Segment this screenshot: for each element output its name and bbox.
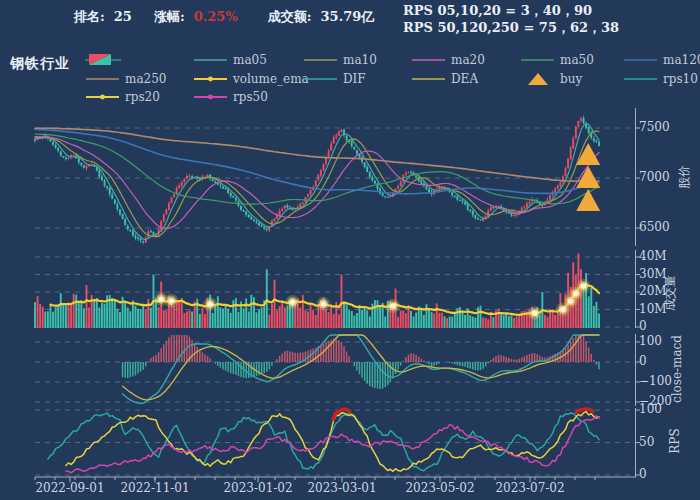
buy-swatch (520, 71, 556, 87)
rps-axis-title: RPS (668, 428, 682, 453)
macd-axis-title: close-macd (670, 335, 684, 403)
legend-label: ma10 (343, 53, 377, 67)
rps-tick-0: 0 (639, 467, 647, 481)
rank-value: 25 (114, 9, 132, 24)
legend-label: DIF (343, 72, 366, 86)
volume-tick-10M: 10M (639, 302, 667, 316)
legend-label: rps20 (125, 90, 160, 104)
volume-bars (35, 254, 599, 329)
legend-label: ma20 (451, 53, 485, 67)
date-tick: 2023-07-02 (485, 481, 575, 495)
axes (35, 108, 640, 483)
sector-title: 钢铁行业 (10, 55, 70, 73)
legend-label: buy (560, 72, 582, 86)
ma50-line (35, 134, 599, 204)
volume-tick-30M: 30M (639, 267, 667, 281)
legend-label: rps10 (663, 72, 698, 86)
turnover-label: 成交额: (268, 9, 312, 24)
header-stats: 排名:25涨幅:0.25%成交额:35.79亿 (74, 8, 374, 26)
rps-line-1: RPS 05,10,20 = 3，40，90 (403, 2, 619, 19)
ma250-swatch (85, 71, 121, 87)
rps-readout: RPS 05,10,20 = 3，40，90 RPS 50,120,250 = … (403, 2, 619, 36)
ma05-swatch (193, 52, 229, 68)
rps-top-markers (333, 409, 593, 420)
ma120-swatch (623, 52, 659, 68)
legend-label: rps50 (233, 90, 268, 104)
rps-tick-100: 100 (639, 402, 662, 416)
ma20-swatch (411, 52, 447, 68)
rps20-swatch (85, 89, 121, 105)
DIF-swatch (303, 71, 339, 87)
ma10-line (35, 131, 599, 237)
legend-label: volume_ema (233, 72, 309, 86)
rank-label: 排名: (74, 9, 105, 24)
macd-tick-100: 100 (639, 334, 662, 348)
volume-tick-40M: 40M (639, 249, 667, 263)
change-label: 涨幅: (154, 9, 185, 24)
volume-tick-20M: 20M (639, 284, 667, 298)
candlestick-swatch (85, 52, 121, 68)
legend-label: ma50 (560, 53, 594, 67)
date-tick: 2022-09-01 (25, 481, 115, 495)
candlesticks (35, 115, 599, 244)
legend-label: DEA (451, 72, 478, 86)
price-tick-7000: 7000 (639, 170, 670, 184)
DEA-swatch (411, 71, 447, 87)
change-value: 0.25% (194, 9, 238, 24)
price-tick-6500: 6500 (639, 220, 670, 234)
volume_ema-swatch (193, 71, 229, 87)
rps10-swatch (623, 71, 659, 87)
ma10-swatch (303, 52, 339, 68)
macd-tick-0: 0 (639, 354, 647, 368)
rps50-swatch (193, 89, 229, 105)
rps-line-2: RPS 50,120,250 = 75，62，38 (403, 19, 619, 36)
volume-tick-0: 0 (639, 319, 647, 333)
legend-label: ma05 (233, 53, 267, 67)
legend-label: ma120 (663, 53, 700, 67)
ma50-swatch (520, 52, 556, 68)
date-tick: 2023-05-02 (395, 481, 485, 495)
legend-label: ma250 (125, 72, 166, 86)
price-axis-title: 股价 (676, 165, 693, 189)
sector-chart-window: 排名:25涨幅:0.25%成交额:35.79亿 RPS 05,10,20 = 3… (0, 0, 700, 500)
date-tick: 2022-11-01 (110, 481, 200, 495)
rps-tick-50: 50 (639, 435, 654, 449)
date-tick: 2023-03-01 (297, 481, 387, 495)
date-tick: 2023-01-02 (213, 481, 303, 495)
ma120-line (35, 129, 599, 194)
turnover-value: 35.79亿 (321, 9, 375, 24)
macd-tick-−100: −100 (639, 374, 672, 388)
price-tick-7500: 7500 (639, 120, 670, 134)
